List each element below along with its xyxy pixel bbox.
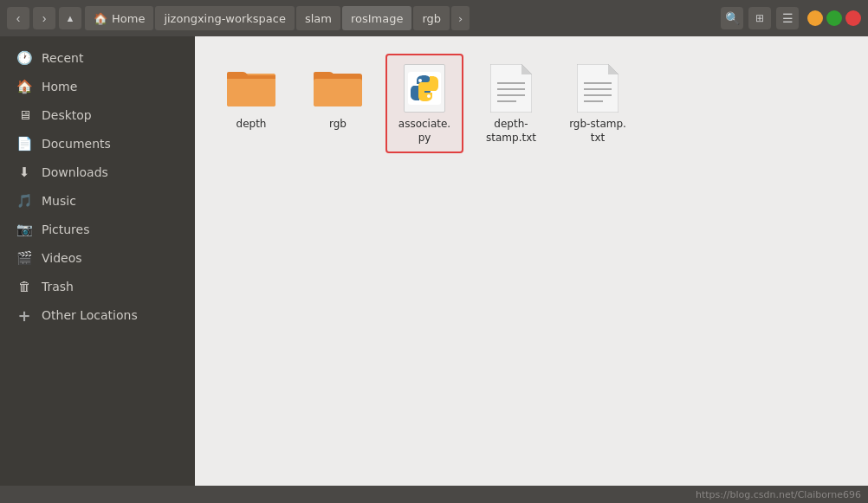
content-area: depth rgb	[195, 36, 868, 486]
breadcrumb-rgb[interactable]: rgb	[413, 6, 450, 30]
python-file-icon	[398, 62, 450, 114]
folder-rgb-icon	[312, 62, 364, 114]
sidebar-item-videos[interactable]: 🎬 Videos	[3, 244, 191, 272]
window-controls	[807, 10, 861, 26]
textfile-depth-stamp-icon	[485, 62, 537, 114]
maximize-button[interactable]	[826, 10, 842, 26]
breadcrumbs: 🏠 Home jizongxing-workspace slam rosImag…	[85, 6, 717, 30]
sidebar-label-documents: Documents	[42, 137, 111, 151]
sidebar-item-documents[interactable]: 📄 Documents	[3, 130, 191, 158]
titlebar-actions: 🔍 ⊞ ☰	[721, 7, 799, 29]
sidebar-item-other-locations[interactable]: + Other Locations	[3, 301, 191, 329]
titlebar: ‹ › ▲ 🏠 Home jizongxing-workspace slam r…	[0, 0, 868, 36]
minimize-button[interactable]	[807, 10, 823, 26]
search-button[interactable]: 🔍	[721, 7, 743, 29]
main-layout: 🕐 Recent 🏠 Home 🖥 Desktop 📄 Documents ⬇ …	[0, 36, 868, 486]
breadcrumb-more[interactable]: ›	[451, 6, 470, 30]
sidebar-label-desktop: Desktop	[42, 108, 92, 122]
breadcrumb-slam[interactable]: slam	[296, 6, 340, 30]
up-button[interactable]: ▲	[59, 7, 81, 29]
downloads-icon: ⬇	[16, 164, 33, 181]
close-button[interactable]	[845, 10, 861, 26]
breadcrumb-rosimage-label: rosImage	[351, 12, 404, 25]
file-item-rgb[interactable]: rgb	[299, 54, 377, 153]
file-grid: depth rgb	[212, 54, 851, 153]
sidebar-item-downloads[interactable]: ⬇ Downloads	[3, 158, 191, 186]
sidebar: 🕐 Recent 🏠 Home 🖥 Desktop 📄 Documents ⬇ …	[0, 36, 195, 486]
breadcrumb-slam-label: slam	[305, 12, 332, 25]
documents-icon: 📄	[16, 135, 33, 152]
home-sidebar-icon: 🏠	[16, 78, 33, 95]
recent-icon: 🕐	[16, 49, 33, 67]
textfile-rgb-stamp-icon	[572, 62, 624, 114]
breadcrumb-home[interactable]: 🏠 Home	[85, 6, 153, 30]
file-item-associate-py[interactable]: associate.py	[385, 54, 463, 153]
sidebar-label-recent: Recent	[42, 51, 83, 65]
status-url: https://blog.csdn.net/Claiborne696	[696, 489, 861, 500]
file-name-rgb: rgb	[329, 118, 347, 132]
view-toggle-button[interactable]: ⊞	[748, 7, 771, 29]
svg-point-6	[418, 79, 422, 82]
breadcrumb-jizongxing[interactable]: jizongxing-workspace	[155, 6, 295, 30]
breadcrumb-rgb-label: rgb	[422, 12, 441, 25]
file-name-depth-stamp: depth-stamp.txt	[486, 118, 536, 145]
svg-rect-4	[314, 79, 362, 106]
sidebar-item-trash[interactable]: 🗑 Trash	[3, 273, 191, 300]
sidebar-label-home: Home	[42, 80, 77, 94]
sidebar-item-pictures[interactable]: 📷 Pictures	[3, 216, 191, 243]
sidebar-item-home[interactable]: 🏠 Home	[3, 73, 191, 100]
desktop-icon: 🖥	[16, 106, 33, 124]
home-icon: 🏠	[94, 12, 107, 25]
sidebar-label-other-locations: Other Locations	[42, 308, 138, 322]
videos-icon: 🎬	[16, 249, 33, 267]
svg-point-7	[427, 94, 431, 98]
file-name-associate-py: associate.py	[398, 118, 450, 145]
sidebar-label-music: Music	[42, 194, 76, 208]
menu-button[interactable]: ☰	[776, 7, 799, 29]
forward-button[interactable]: ›	[33, 7, 55, 29]
breadcrumb-jizongxing-label: jizongxing-workspace	[164, 12, 286, 25]
breadcrumb-home-label: Home	[112, 12, 145, 25]
file-name-depth: depth	[236, 118, 267, 132]
breadcrumb-rosimage[interactable]: rosImage	[342, 6, 412, 30]
sidebar-item-desktop[interactable]: 🖥 Desktop	[3, 101, 191, 129]
sidebar-label-videos: Videos	[42, 251, 82, 265]
file-name-rgb-stamp: rgb-stamp.txt	[569, 118, 626, 145]
sidebar-label-trash: Trash	[42, 280, 74, 293]
sidebar-item-recent[interactable]: 🕐 Recent	[3, 44, 191, 72]
sidebar-item-music[interactable]: 🎵 Music	[3, 187, 191, 215]
pictures-icon: 📷	[16, 221, 33, 238]
sidebar-label-pictures: Pictures	[42, 222, 89, 236]
file-item-depth-stamp[interactable]: depth-stamp.txt	[472, 54, 550, 153]
svg-rect-2	[227, 79, 275, 106]
file-item-depth[interactable]: depth	[212, 54, 290, 153]
trash-icon: 🗑	[16, 278, 33, 295]
folder-depth-icon	[225, 62, 277, 114]
other-locations-icon: +	[16, 306, 33, 324]
sidebar-label-downloads: Downloads	[42, 165, 108, 179]
music-icon: 🎵	[16, 192, 33, 210]
file-item-rgb-stamp[interactable]: rgb-stamp.txt	[559, 54, 637, 153]
status-bar: https://blog.csdn.net/Claiborne696	[0, 486, 868, 503]
back-button[interactable]: ‹	[7, 7, 29, 29]
